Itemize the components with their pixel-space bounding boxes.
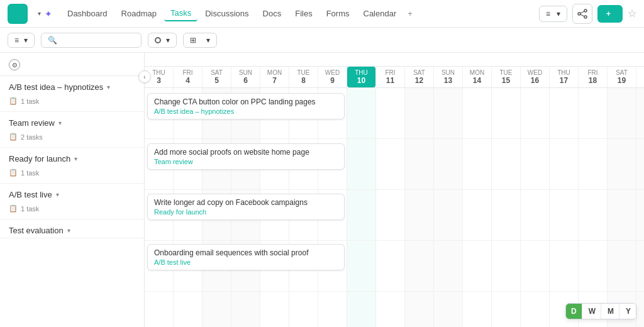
star-icon[interactable]: ☆	[628, 8, 636, 19]
timeline-cell-r2-c8	[376, 190, 405, 240]
timeline-cell-r3-c13	[521, 241, 550, 291]
timeline-cell-r1-c11	[463, 139, 492, 189]
search-box[interactable]: 🔍	[41, 33, 142, 48]
task-card-1[interactable]: Add more social proofs on website home p…	[147, 143, 345, 170]
group-name: A/B test live	[9, 190, 52, 199]
bottom-nav-month[interactable]: M	[602, 304, 619, 319]
timeline-cell-r1-c13	[521, 139, 550, 189]
task-card-3[interactable]: Onboarding email sequences with social p…	[147, 244, 345, 270]
tab-dashboard[interactable]: Dashboard	[61, 6, 114, 21]
timeline-cell-r4-c0	[145, 292, 174, 327]
timeline-cell-r2-c13	[521, 190, 550, 240]
panel-collapse-button[interactable]: ‹	[138, 70, 151, 83]
status-group-test-evaluation: Test evaluation ▾	[0, 219, 144, 238]
group-chevron-icon: ▾	[74, 155, 77, 162]
tab-forms[interactable]: Forms	[320, 6, 356, 21]
group-label-ab-test-idea[interactable]: A/B test idea – hypnotizes ▾	[0, 76, 144, 94]
search-icon: 🔍	[48, 36, 57, 45]
task-count-ab-test-live: 📋 1 task	[0, 202, 144, 219]
timeline-cell-r4-c6	[318, 292, 347, 327]
main-area: ⊙ A/B test idea – hypnotizes ▾ 📋 1 task …	[0, 53, 644, 327]
bottom-nav-avatar[interactable]: D	[566, 304, 582, 319]
timeline-cell-r3-c17	[636, 241, 644, 291]
tab-roadmap[interactable]: Roadmap	[115, 6, 163, 21]
tab-tasks[interactable]: Tasks	[164, 6, 197, 21]
timeline-cell-r3-c12	[492, 241, 521, 291]
timeline-cell-r0-c10	[434, 88, 463, 138]
timeline-cell-r2-c9	[405, 190, 434, 240]
timeline-cell-r4-c9	[405, 292, 434, 327]
timeline-cell-r3-c15	[579, 241, 608, 291]
day-col-15: TUE15	[492, 67, 521, 87]
nav-add-icon[interactable]: +	[404, 6, 416, 21]
timeline-cell-r1-c9	[405, 139, 434, 189]
status-filter-button[interactable]	[148, 33, 177, 48]
group-label-ab-test-live[interactable]: A/B test live ▾	[0, 184, 144, 202]
timeline-cell-r1-c10	[434, 139, 463, 189]
timeline-body: Change CTA button color on PPC landing p…	[145, 88, 644, 327]
timeline-cell-r2-c14	[550, 190, 579, 240]
day-col-7: MON7	[260, 67, 289, 87]
share-button[interactable]	[572, 4, 592, 24]
timeline-cell-r4-c1	[174, 292, 203, 327]
toolbar: ≡ 🔍 ⊞	[0, 28, 644, 53]
task-card-2[interactable]: Write longer ad copy on Facebook campaig…	[147, 194, 345, 220]
timeline-cell-r1-c14	[550, 139, 579, 189]
timeline-button[interactable]: ≡ ▾	[539, 6, 567, 22]
status-group-ab-test-idea: A/B test idea – hypnotizes ▾ 📋 1 task	[0, 76, 144, 112]
group-label-team-review[interactable]: Team review ▾	[0, 112, 144, 130]
day-col-10: THU10	[347, 67, 376, 87]
timeline-cell-r0-c8	[376, 88, 405, 138]
task-card-0[interactable]: Change CTA button color on PPC landing p…	[147, 93, 345, 119]
group-label-test-evaluation[interactable]: Test evaluation ▾	[0, 219, 144, 238]
group-by-button[interactable]: ⊞	[183, 33, 217, 48]
group-chevron-icon: ▾	[67, 227, 70, 234]
day-col-4: FRI4	[174, 67, 203, 87]
task-card-tag: A/B test idea – hypnotizes	[154, 108, 338, 115]
tab-discussions[interactable]: Discussions	[199, 6, 255, 21]
tab-docs[interactable]: Docs	[257, 6, 288, 21]
day-col-5: SAT5	[203, 67, 231, 87]
task-count-team-review: 📋 2 tasks	[0, 130, 144, 147]
filter-button[interactable]: ≡	[8, 33, 35, 48]
group-name: A/B test idea – hypnotizes	[9, 82, 103, 92]
top-right: ≡ ▾ + ☆	[539, 4, 636, 24]
timeline-cell-r2-c11	[463, 190, 492, 240]
group-name: Test evaluation	[9, 226, 64, 235]
svg-point-1	[578, 13, 580, 15]
timeline-cell-r2-c16	[608, 190, 636, 240]
collapse-icon[interactable]: ⊙	[9, 59, 20, 70]
day-col-14: MON14	[463, 67, 492, 87]
timeline-cell-r4-c13	[521, 292, 550, 327]
group-chevron-icon: ▾	[56, 191, 59, 198]
sparkle-icon: ✦	[45, 9, 52, 19]
day-col-9: WED9	[318, 67, 347, 87]
svg-point-2	[584, 16, 587, 18]
day-col-19: SAT19	[608, 67, 636, 87]
day-col-16: WED16	[521, 67, 550, 87]
task-list-icon: 📋	[9, 97, 18, 105]
status-group-ab-test-live: A/B test live ▾ 📋 1 task	[0, 184, 144, 219]
share-icon	[577, 9, 587, 19]
group-label-ready-for-launch[interactable]: Ready for launch ▾	[0, 148, 144, 166]
timeline-cell-r0-c12	[492, 88, 521, 138]
timeline-cell-r1-c15	[579, 139, 608, 189]
status-dot-icon	[155, 37, 161, 43]
task-count-ab-test-idea: 📋 1 task	[0, 94, 144, 111]
timeline-panel[interactable]: THU3FRI4SAT5SUN6MON7TUE8WED9THU10FRI11SA…	[145, 53, 644, 327]
bottom-nav-year[interactable]: Y	[621, 304, 636, 319]
bottom-nav-week[interactable]: W	[584, 304, 601, 319]
app-logo	[8, 4, 28, 24]
add-task-button[interactable]: +	[597, 5, 623, 23]
task-list-icon: 📋	[9, 204, 18, 213]
title-chevron-icon[interactable]: ▾	[38, 10, 41, 17]
status-chevron-icon	[166, 36, 170, 45]
group-chevron-icon: ▾	[107, 84, 110, 91]
filter-icon: ≡	[14, 36, 19, 45]
timeline-cell-r0-c17	[636, 88, 644, 138]
task-card-title: Onboarding email sequences with social p…	[154, 248, 338, 257]
svg-line-3	[580, 11, 584, 13]
tab-files[interactable]: Files	[289, 6, 318, 21]
group-chevron-icon	[206, 36, 210, 45]
tab-calendar[interactable]: Calendar	[357, 6, 403, 21]
